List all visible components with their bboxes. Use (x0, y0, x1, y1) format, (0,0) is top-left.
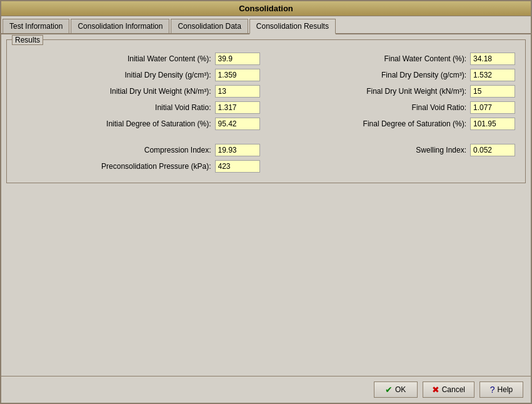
initial-dry-unit-weight-row: Initial Dry Unit Weight (kN/m³): (17, 85, 260, 98)
content-area: Results Initial Water Content (%): Final… (1, 34, 531, 376)
preconsolidation-pressure-value[interactable] (215, 160, 260, 173)
initial-void-ratio-value[interactable] (215, 101, 260, 114)
help-button[interactable]: ? Help (479, 381, 523, 398)
final-void-ratio-label: Final Void Ratio: (412, 103, 466, 112)
initial-degree-saturation-row: Initial Degree of Saturation (%): (17, 118, 260, 130)
compression-index-row: Compression Index: (17, 144, 260, 156)
final-water-content-row: Final Water Content (%): (273, 53, 516, 65)
preconsolidation-pressure-label: Preconsolidation Pressure (kPa): (101, 162, 211, 171)
final-void-ratio-value[interactable] (470, 101, 515, 114)
initial-dry-density-value[interactable] (215, 69, 260, 81)
swelling-index-row: Swelling Index: (273, 144, 516, 156)
spacer-1 (17, 134, 260, 140)
final-dry-unit-weight-row: Final Dry Unit Weight (kN/m³): (273, 85, 516, 98)
results-grid: Initial Water Content (%): Final Water C… (17, 53, 515, 173)
spacer-2 (273, 134, 516, 140)
initial-water-content-value[interactable] (215, 53, 260, 65)
initial-dry-unit-weight-label: Initial Dry Unit Weight (kN/m³): (110, 87, 211, 96)
final-water-content-label: Final Water Content (%): (384, 54, 466, 63)
tab-consolidation-information[interactable]: Consolidation Information (71, 19, 169, 33)
initial-void-ratio-label: Initial Void Ratio: (155, 103, 211, 112)
bottom-bar: ✔ OK ✖ Cancel ? Help (1, 376, 531, 403)
initial-void-ratio-row: Initial Void Ratio: (17, 101, 260, 114)
compression-index-label: Compression Index: (144, 146, 211, 154)
cancel-icon: ✖ (432, 385, 439, 395)
final-dry-density-row: Final Dry Density (g/cm³): (273, 69, 516, 81)
help-label: Help (498, 385, 513, 394)
help-icon: ? (490, 385, 495, 395)
final-dry-density-label: Final Dry Density (g/cm³): (381, 71, 466, 79)
tab-bar: Test Information Consolidation Informati… (1, 16, 531, 34)
final-void-ratio-row: Final Void Ratio: (273, 101, 516, 114)
final-dry-unit-weight-label: Final Dry Unit Weight (kN/m³): (366, 87, 466, 96)
swelling-index-value[interactable] (470, 144, 515, 156)
ok-icon: ✔ (385, 385, 393, 395)
tab-consolidation-results[interactable]: Consolidation Results (249, 19, 336, 34)
initial-dry-unit-weight-value[interactable] (215, 85, 260, 98)
final-degree-saturation-row: Final Degree of Saturation (%): (273, 118, 516, 130)
window-title: Consolidation (239, 4, 293, 13)
final-dry-density-value[interactable] (470, 69, 515, 81)
results-group-label: Results (12, 35, 43, 45)
initial-water-content-label: Initial Water Content (%): (128, 54, 211, 63)
swelling-index-label: Swelling Index: (416, 146, 466, 154)
final-degree-saturation-label: Final Degree of Saturation (%): (363, 119, 466, 128)
main-window: Consolidation Test Information Consolida… (0, 0, 532, 404)
tab-test-information[interactable]: Test Information (3, 19, 69, 33)
initial-degree-saturation-value[interactable] (215, 118, 260, 130)
title-bar: Consolidation (1, 1, 531, 16)
cancel-label: Cancel (442, 385, 465, 394)
ok-label: OK (395, 385, 406, 394)
tab-consolidation-data[interactable]: Consolidation Data (171, 19, 248, 33)
compression-index-value[interactable] (215, 144, 260, 156)
cancel-button[interactable]: ✖ Cancel (423, 381, 474, 398)
ok-button[interactable]: ✔ OK (374, 381, 418, 398)
preconsolidation-pressure-row: Preconsolidation Pressure (kPa): (17, 160, 260, 173)
initial-water-content-row: Initial Water Content (%): (17, 53, 260, 65)
initial-dry-density-label: Initial Dry Density (g/cm³): (124, 71, 211, 79)
final-water-content-value[interactable] (470, 53, 515, 65)
results-group: Results Initial Water Content (%): Final… (6, 39, 526, 183)
initial-degree-saturation-label: Initial Degree of Saturation (%): (106, 119, 211, 128)
empty-cell (273, 160, 516, 173)
final-dry-unit-weight-value[interactable] (470, 85, 515, 98)
final-degree-saturation-value[interactable] (470, 118, 515, 130)
initial-dry-density-row: Initial Dry Density (g/cm³): (17, 69, 260, 81)
